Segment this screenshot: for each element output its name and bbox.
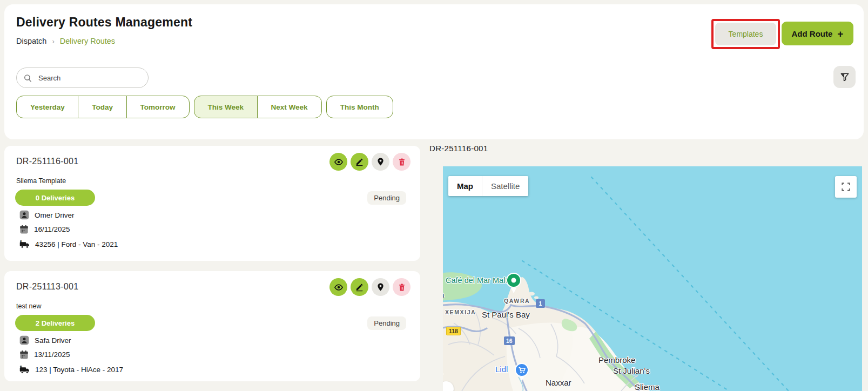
map-view-button[interactable]: Map xyxy=(448,176,482,196)
map-label-pembroke: Pembroke xyxy=(598,355,635,365)
selected-route-title: DR-251116-001 xyxy=(429,144,488,153)
calendar-icon xyxy=(19,349,29,360)
green-poi-marker[interactable] xyxy=(504,272,523,296)
breadcrumb: Dispatch › Delivery Routes xyxy=(16,37,115,45)
vehicle-info: 123 | Toyota - HiAce - 2017 xyxy=(35,366,123,374)
route-date: 16/11/2025 xyxy=(34,225,70,233)
plus-icon: + xyxy=(837,29,843,39)
map-label-lidl[interactable]: Lidl xyxy=(495,365,508,374)
map-label-xemxija: XEMXIJA xyxy=(445,309,476,315)
driver-name: Safa Driver xyxy=(35,336,71,345)
route-template-name: Sliema Template xyxy=(16,177,66,185)
add-route-button[interactable]: Add Route + xyxy=(782,22,853,45)
driver-row: Safa Driver xyxy=(19,335,71,346)
funnel-icon xyxy=(839,72,850,83)
breadcrumb-separator-icon: › xyxy=(52,37,54,45)
vehicle-row: 0 43256 | Ford - Van - 2021 xyxy=(19,239,118,250)
trash-icon xyxy=(398,158,406,166)
chip-this-month[interactable]: This Month xyxy=(326,96,393,118)
chip-today[interactable]: Today xyxy=(78,96,127,118)
search-box xyxy=(16,68,149,88)
track-route-button[interactable] xyxy=(372,278,389,296)
vehicle-row: 0 123 | Toyota - HiAce - 2017 xyxy=(19,364,123,375)
search-input[interactable] xyxy=(37,73,129,83)
delivery-routes-page: Delivery Routes Management Dispatch › De… xyxy=(0,0,868,391)
map-type-control: Map Satellite xyxy=(448,176,528,196)
route-id: DR-251116-001 xyxy=(16,157,78,166)
date-row: 13/11/2025 xyxy=(19,349,70,360)
map-label-st-julians: St Julian's xyxy=(613,366,650,375)
map-label-qawra: QAWRA xyxy=(504,298,530,304)
status-badge: Pending xyxy=(367,316,406,330)
breadcrumb-dispatch[interactable]: Dispatch xyxy=(16,37,46,45)
satellite-view-button[interactable]: Satellite xyxy=(482,176,528,196)
pencil-icon xyxy=(355,282,364,292)
route-card[interactable]: DR-251113-001 test new 2 Deliveries Pend… xyxy=(4,271,420,381)
map-pin-icon xyxy=(376,157,385,166)
route-template-name: test new xyxy=(16,302,42,310)
templates-button[interactable]: Templates xyxy=(715,23,776,45)
view-route-button[interactable] xyxy=(329,153,347,171)
map-pin-icon xyxy=(376,282,385,292)
route-actions xyxy=(329,278,411,296)
driver-name: Omer Driver xyxy=(35,211,75,219)
templates-annotation-highlight: Templates xyxy=(711,19,780,49)
truck-icon: 0 xyxy=(19,239,30,250)
map-label-naxxar: Naxxar xyxy=(546,378,571,387)
fullscreen-button[interactable] xyxy=(835,176,857,198)
avatar-icon xyxy=(19,335,30,346)
chip-this-week[interactable]: This Week xyxy=(194,96,258,118)
delete-route-button[interactable] xyxy=(393,153,411,171)
deliveries-badge: 2 Deliveries xyxy=(15,315,95,331)
view-route-button[interactable] xyxy=(329,278,347,296)
road-badge-118: 118 xyxy=(446,327,461,335)
pencil-icon xyxy=(355,157,364,166)
avatar-icon xyxy=(19,210,30,220)
map-label-sliema: Sliema xyxy=(635,382,660,391)
road-badge-16: 16 xyxy=(504,336,515,345)
calendar-icon xyxy=(19,224,29,234)
breadcrumb-delivery-routes[interactable]: Delivery Routes xyxy=(60,37,115,45)
fullscreen-icon xyxy=(841,182,851,192)
map-label-cafe-del-mar[interactable]: Café del Mar Malta xyxy=(446,276,512,285)
filter-button[interactable] xyxy=(833,66,856,88)
route-id: DR-251113-001 xyxy=(16,282,78,292)
page-title: Delivery Routes Management xyxy=(16,15,192,30)
chip-group-past-present: Yesterday Today Tomorrow xyxy=(16,96,190,118)
chip-group-month: This Month xyxy=(326,96,393,118)
delete-route-button[interactable] xyxy=(393,278,411,296)
status-badge: Pending xyxy=(367,191,406,205)
route-card[interactable]: DR-251116-001 Sliema Template 0 Deliveri… xyxy=(4,146,420,261)
trash-icon xyxy=(398,283,406,292)
deliveries-badge: 0 Deliveries xyxy=(15,190,95,206)
map-label-partial-a: a xyxy=(443,290,444,299)
eye-icon xyxy=(334,282,344,292)
date-row: 16/11/2025 xyxy=(19,224,70,234)
map-label-st-pauls-bay: St Paul's Bay xyxy=(482,310,530,319)
edit-route-button[interactable] xyxy=(351,153,368,171)
search-icon xyxy=(23,73,32,83)
header-panel: Delivery Routes Management Dispatch › De… xyxy=(4,4,864,139)
chip-tomorrow[interactable]: Tomorrow xyxy=(126,96,190,118)
add-route-label: Add Route xyxy=(792,29,833,38)
driver-row: Omer Driver xyxy=(19,210,75,220)
route-date: 13/11/2025 xyxy=(34,350,70,359)
eye-icon xyxy=(334,157,344,167)
chip-group-weeks: This Week Next Week xyxy=(194,96,322,118)
road-badge-1: 1 xyxy=(536,299,545,308)
chip-yesterday[interactable]: Yesterday xyxy=(16,96,79,118)
route-map[interactable]: Café del Mar Malta QAWRA XEMXIJA St Paul… xyxy=(443,166,862,391)
vehicle-info: 43256 | Ford - Van - 2021 xyxy=(35,240,118,248)
truck-icon: 0 xyxy=(19,364,30,375)
route-actions xyxy=(329,153,411,171)
date-filter-chips: Yesterday Today Tomorrow This Week Next … xyxy=(16,96,398,118)
edit-route-button[interactable] xyxy=(351,278,368,296)
blue-cart-marker[interactable] xyxy=(514,362,530,384)
track-route-button[interactable] xyxy=(372,153,389,171)
chip-next-week[interactable]: Next Week xyxy=(257,96,322,118)
